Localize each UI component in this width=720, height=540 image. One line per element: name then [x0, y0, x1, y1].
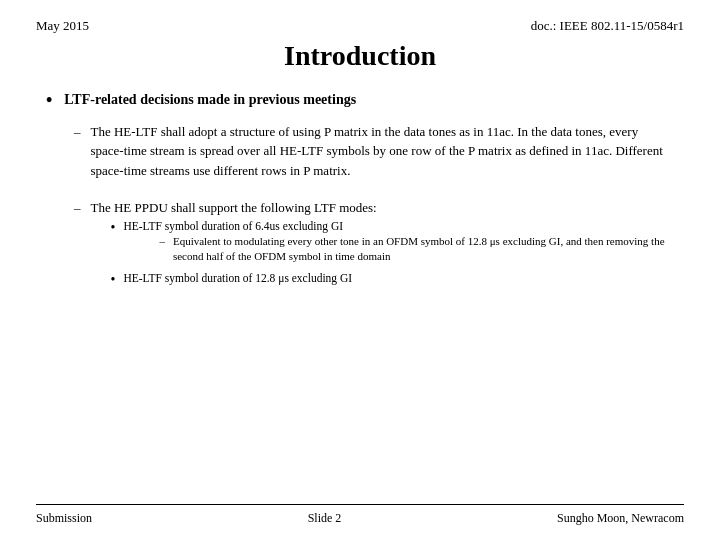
- sub-bullet-text-2: HE-LTF symbol duration of 12.8 μs exclud…: [123, 270, 352, 286]
- sub-bullet-dot-2: •: [111, 270, 116, 290]
- bullet-dot-1: •: [46, 90, 52, 112]
- header: May 2015 doc.: IEEE 802.11-15/0584r1: [36, 18, 684, 34]
- dash-item-2: – The HE PPDU shall support the followin…: [74, 198, 674, 294]
- content: • LTF-related decisions made in previous…: [36, 90, 684, 496]
- footer-center: Slide 2: [308, 511, 342, 526]
- sub-dash-symbol-1: –: [159, 234, 165, 249]
- dash-text-2: The HE PPDU shall support the following …: [91, 198, 675, 218]
- title-section: Introduction: [36, 40, 684, 72]
- sub-dash-text-1: Equivalent to modulating every other ton…: [173, 234, 674, 265]
- sub-dash-item-1: – Equivalent to modulating every other t…: [159, 234, 674, 265]
- dash-symbol-1: –: [74, 122, 81, 142]
- dash-text-1: The HE-LTF shall adopt a structure of us…: [91, 122, 675, 181]
- dash-2-content: The HE PPDU shall support the following …: [91, 198, 675, 294]
- footer: Submission Slide 2 Sungho Moon, Newracom: [36, 504, 684, 526]
- sub-bullet-dot-1: •: [111, 218, 116, 238]
- dash-item-1: – The HE-LTF shall adopt a structure of …: [74, 122, 674, 181]
- footer-right: Sungho Moon, Newracom: [557, 511, 684, 526]
- dash-symbol-2: –: [74, 198, 81, 218]
- header-right: doc.: IEEE 802.11-15/0584r1: [531, 18, 684, 34]
- header-left: May 2015: [36, 18, 89, 34]
- bullet-item-1: • LTF-related decisions made in previous…: [46, 90, 674, 112]
- page: May 2015 doc.: IEEE 802.11-15/0584r1 Int…: [0, 0, 720, 540]
- sub-bullet-text-1: HE-LTF symbol duration of 6.4us excludin…: [123, 218, 674, 234]
- footer-left: Submission: [36, 511, 92, 526]
- page-title: Introduction: [284, 40, 436, 71]
- sub-bullet-1-content: HE-LTF symbol duration of 6.4us excludin…: [123, 218, 674, 267]
- sub-bullet-2: • HE-LTF symbol duration of 12.8 μs excl…: [111, 270, 675, 290]
- bullet-text-1: LTF-related decisions made in previous m…: [64, 90, 356, 110]
- sub-bullet-1: • HE-LTF symbol duration of 6.4us exclud…: [111, 218, 675, 267]
